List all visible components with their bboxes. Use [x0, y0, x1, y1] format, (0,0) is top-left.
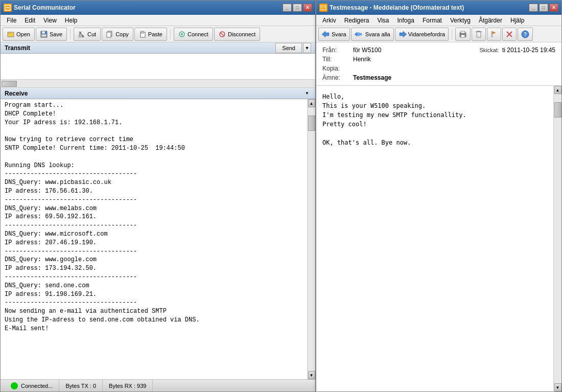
receive-text: Program start... DHCP Complete! Your IP …: [1, 99, 307, 379]
svg-marker-20: [357, 32, 362, 36]
menu-file[interactable]: File: [3, 16, 20, 25]
email-app-icon: [319, 4, 327, 12]
send-button[interactable]: Send: [275, 43, 302, 53]
email-menu-arkiv[interactable]: Arkiv: [318, 16, 340, 25]
receive-dropdown[interactable]: ▼: [303, 89, 311, 98]
email-title-text: Testmessage - Meddelande (Oformaterad te…: [330, 4, 527, 11]
delete-icon: [475, 31, 482, 38]
print-button[interactable]: [455, 28, 471, 41]
email-close-button[interactable]: ✕: [549, 4, 558, 12]
serial-app-icon: [4, 4, 12, 12]
email-maximize-button[interactable]: □: [539, 4, 548, 12]
email-menu-redigera[interactable]: Redigera: [340, 16, 373, 25]
copy-button[interactable]: Copy: [102, 28, 133, 41]
email-menu-visa[interactable]: Visa: [373, 16, 393, 25]
svara-button[interactable]: Svara: [318, 28, 350, 41]
receive-section: Receive ▼ Program start... DHCP Complete…: [1, 88, 315, 379]
serial-menu-bar: File Edit View Help: [1, 15, 315, 26]
email-menu-format[interactable]: Format: [418, 16, 446, 25]
svg-rect-25: [477, 32, 481, 37]
serial-title-bar: Serial Communicator _ □ ✕: [1, 1, 315, 15]
delete-button[interactable]: [472, 28, 486, 41]
cut-button[interactable]: Cut: [74, 28, 101, 41]
menu-edit[interactable]: Edit: [20, 16, 39, 25]
serial-window-controls: _ □ ✕: [283, 4, 312, 12]
receive-content-area: Program start... DHCP Complete! Your IP …: [1, 99, 315, 379]
email-window-controls: _ □ ✕: [529, 4, 558, 12]
transmit-hscrollbar[interactable]: [1, 79, 315, 87]
help-icon: ?: [521, 30, 529, 38]
email-mark-button[interactable]: [502, 28, 517, 41]
email-menu-verktyg[interactable]: Verktyg: [446, 16, 475, 25]
svara-alla-icon: [355, 31, 364, 38]
skickat-value: ti 2011-10-25 19:45: [502, 47, 555, 54]
scroll-thumb[interactable]: [308, 116, 315, 131]
connect-icon: [178, 31, 185, 38]
cut-icon: [78, 31, 85, 38]
serial-communicator-window: Serial Communicator _ □ ✕ File Edit View…: [0, 0, 316, 392]
till-label: Till:: [322, 56, 353, 63]
paste-button[interactable]: Paste: [134, 28, 167, 41]
toolbar-sep-1: [70, 29, 71, 39]
menu-view[interactable]: View: [39, 16, 61, 25]
till-row: Till: Henrik: [322, 55, 555, 64]
transmit-section: Transmit Send ▼: [1, 42, 315, 88]
disconnect-icon: [219, 31, 226, 38]
email-menu-atgarder[interactable]: Åtgärder: [475, 16, 506, 25]
email-menu-bar: Arkiv Redigera Visa Infoga Format Verkty…: [316, 15, 561, 26]
help-button[interactable]: ?: [518, 28, 533, 41]
vidarebefordra-button[interactable]: Vidarebefordra: [395, 28, 449, 41]
save-button[interactable]: Save: [36, 28, 67, 41]
svg-rect-4: [42, 31, 45, 34]
amne-label: Ämne:: [322, 74, 353, 81]
save-icon: [40, 31, 48, 38]
vidarebefordra-icon: [399, 31, 407, 38]
email-window: Testmessage - Meddelande (Oformaterad te…: [316, 0, 562, 392]
fran-label: Från:: [322, 47, 353, 54]
disconnect-button[interactable]: Disconnect: [214, 28, 260, 41]
open-icon: [7, 31, 14, 38]
serial-toolbar: Open Save Cut Copy Paste Connect Disconn…: [1, 26, 315, 42]
email-toolbar: Svara Svara alla Vidarebefordra ?: [316, 26, 561, 42]
svg-marker-18: [322, 31, 329, 37]
flag-icon: [490, 31, 498, 38]
serial-title-text: Serial Communicator: [14, 4, 280, 11]
serial-maximize-button[interactable]: □: [293, 4, 302, 12]
email-body: Hello, This is your W5100 speaking. I'm …: [316, 86, 553, 391]
fran-row: Från: för W5100 Skickat: ti 2011-10-25 1…: [322, 45, 555, 55]
amne-value: Testmessage: [353, 74, 555, 81]
transmit-input-area: [1, 54, 315, 79]
connect-button[interactable]: Connect: [174, 28, 213, 41]
till-value: Henrik: [353, 56, 555, 63]
email-toolbar-sep: [452, 29, 452, 39]
svg-rect-13: [141, 31, 144, 33]
open-button[interactable]: Open: [3, 28, 35, 41]
svg-point-8: [79, 35, 81, 37]
email-menu-hjalp[interactable]: Hjälp: [506, 16, 528, 25]
svg-rect-11: [107, 32, 111, 37]
serial-close-button[interactable]: ✕: [303, 4, 312, 12]
send-dropdown-button[interactable]: ▼: [303, 43, 311, 53]
receive-label: Receive: [5, 90, 28, 97]
email-minimize-button[interactable]: _: [529, 4, 538, 12]
menu-help[interactable]: Help: [61, 16, 82, 25]
receive-vscrollbar[interactable]: ▲ ▼: [307, 99, 315, 379]
fran-value: för W5100: [353, 47, 479, 54]
svg-line-16: [221, 33, 224, 36]
email-vscrollbar[interactable]: ▲ ▼: [553, 86, 561, 391]
email-scroll-thumb[interactable]: [554, 102, 561, 118]
serial-status-bar: Connected... Bytes TX : 0 Bytes RX : 939: [1, 379, 315, 391]
amne-row: Ämne: Testmessage: [322, 73, 555, 82]
email-menu-infoga[interactable]: Infoga: [393, 16, 418, 25]
receive-header: Receive ▼: [1, 88, 315, 99]
svg-rect-17: [321, 6, 326, 10]
transmit-textarea[interactable]: [1, 54, 315, 79]
svara-alla-button[interactable]: Svara alla: [351, 28, 394, 41]
flag-button[interactable]: [487, 28, 501, 41]
email-mark-icon: [506, 31, 513, 38]
serial-minimize-button[interactable]: _: [283, 4, 292, 12]
bytes-tx-status: Bytes TX : 0: [59, 380, 103, 391]
status-indicator-icon: [11, 382, 18, 389]
skickat-label: Skickat:: [479, 47, 499, 53]
transmit-header: Transmit Send ▼: [1, 42, 315, 54]
